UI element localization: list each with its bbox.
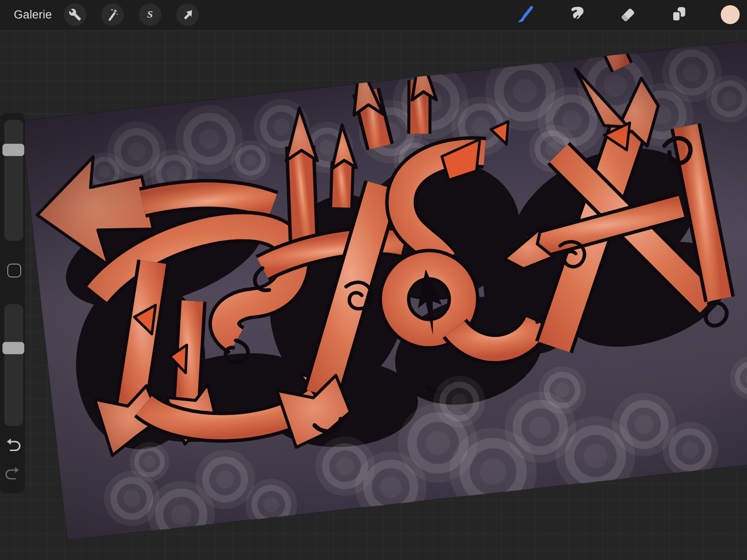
adjustments-button[interactable] [101,3,124,26]
top-toolbar: Galerie S [0,0,747,29]
color-button[interactable] [721,3,740,26]
undo-button[interactable] [3,436,23,453]
erase-tool-button[interactable] [618,3,637,26]
selection-button[interactable]: S [139,3,161,26]
paintbrush-icon [516,5,534,25]
brush-size-handle[interactable] [2,143,25,156]
opacity-slider[interactable] [4,304,24,426]
brush-sidebar [0,113,25,493]
smudge-finger-icon [567,5,586,24]
redo-icon [3,464,23,482]
canvas-surface [17,0,747,560]
layers-icon [669,5,688,24]
layers-button[interactable] [669,3,688,26]
actions-button[interactable] [64,3,86,26]
left-tool-group: S [64,3,199,26]
transform-arrow-icon [181,9,194,21]
eraser-icon [618,5,637,24]
magic-wand-icon [106,8,119,21]
smudge-tool-button[interactable] [567,3,586,26]
drawing-canvas[interactable] [0,0,747,560]
wrench-icon [69,8,81,21]
transform-button[interactable] [176,3,199,26]
right-tool-group [516,3,740,26]
selection-s-icon: S [144,8,156,21]
gallery-button[interactable]: Galerie [14,0,52,29]
procreate-workspace: Galerie S [0,0,747,560]
opacity-handle[interactable] [2,342,25,355]
color-swatch [721,3,740,26]
redo-button[interactable] [3,464,23,482]
brush-size-slider[interactable] [4,119,24,241]
svg-text:S: S [147,9,153,20]
paint-tool-button[interactable] [516,3,534,26]
undo-icon [3,436,23,453]
modify-button[interactable] [7,264,21,277]
